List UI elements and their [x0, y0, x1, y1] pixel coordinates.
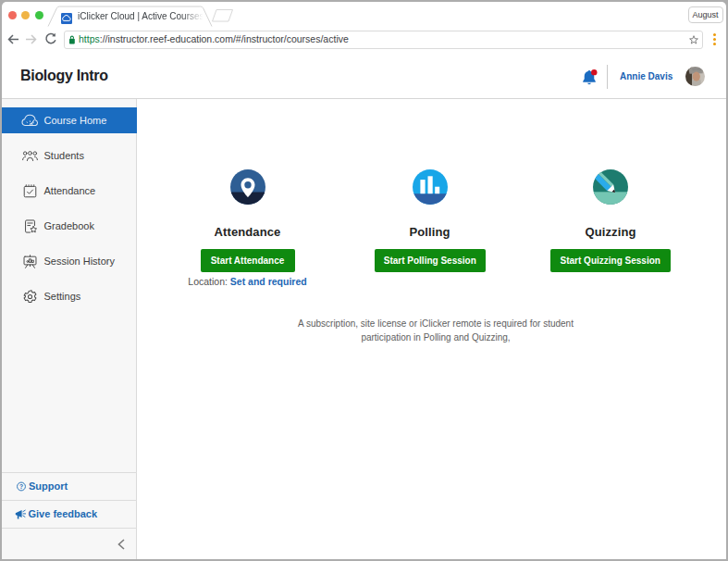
svg-text:?: ?: [19, 483, 22, 490]
